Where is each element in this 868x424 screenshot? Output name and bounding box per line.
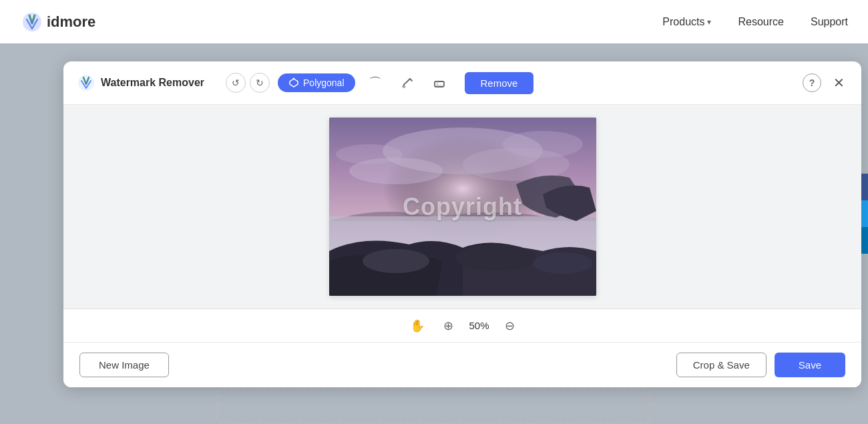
svg-rect-4 <box>435 81 444 87</box>
brush-tool-button[interactable] <box>395 71 419 95</box>
toolbar-right: ? ✕ <box>803 73 848 92</box>
polygonal-icon <box>288 77 299 88</box>
svg-point-2 <box>293 78 295 80</box>
undo-icon: ↺ <box>232 77 240 88</box>
zoom-level: 50% <box>464 320 494 331</box>
polygonal-tool-button[interactable]: Polygonal <box>278 73 355 92</box>
question-icon: ? <box>809 77 815 88</box>
brush-icon <box>401 76 414 89</box>
hand-icon[interactable]: ✋ <box>410 319 425 333</box>
nav-links: Products ▾ Resource Support <box>662 16 848 28</box>
nav-support[interactable]: Support <box>811 16 848 28</box>
zoom-out-icon[interactable]: ⊖ <box>505 319 515 333</box>
svg-point-11 <box>336 144 403 164</box>
watermark-remover-modal: Watermark Remover ↺ ↻ Polygonal ⌒ <box>63 61 861 387</box>
modal-toolbar: Watermark Remover ↺ ↻ Polygonal ⌒ <box>63 61 861 105</box>
help-button[interactable]: ? <box>803 73 821 92</box>
remove-button[interactable]: Remove <box>465 72 534 94</box>
logo-icon <box>20 10 44 34</box>
upload-area <box>217 387 651 424</box>
app-logo: Watermark Remover <box>77 73 204 92</box>
crop-save-button[interactable]: Crop & Save <box>676 353 767 377</box>
modal-body: Copyright <box>63 105 861 308</box>
undo-button[interactable]: ↺ <box>226 73 246 93</box>
svg-point-14 <box>363 249 429 273</box>
svg-marker-1 <box>290 79 298 87</box>
modal-footer: New Image Crop & Save Save <box>63 342 861 387</box>
nav-resource[interactable]: Resource <box>738 16 783 28</box>
app-logo-icon <box>77 73 95 92</box>
svg-point-16 <box>533 252 593 274</box>
new-image-button[interactable]: New Image <box>79 353 169 377</box>
app-title: Watermark Remover <box>101 77 204 89</box>
eraser-tool-button[interactable] <box>427 71 451 95</box>
eraser-icon <box>433 76 446 89</box>
close-icon: ✕ <box>833 75 845 91</box>
footer-right-buttons: Crop & Save Save <box>676 353 845 377</box>
landscape-image <box>329 118 596 296</box>
svg-point-10 <box>503 131 583 158</box>
save-button[interactable]: Save <box>775 353 845 377</box>
undo-redo-group: ↺ ↻ <box>226 73 270 93</box>
zoom-in-icon[interactable]: ⊕ <box>443 319 453 333</box>
logo-text: idmore <box>47 13 95 31</box>
svg-point-15 <box>456 244 536 271</box>
nav-products[interactable]: Products ▾ <box>662 16 711 28</box>
lasso-icon: ⌒ <box>369 74 382 92</box>
zoom-bar: ✋ ⊕ 50% ⊖ <box>63 308 861 342</box>
close-button[interactable]: ✕ <box>829 73 848 92</box>
lasso-tool-button[interactable]: ⌒ <box>363 71 387 95</box>
svg-point-3 <box>402 85 405 88</box>
nav-bar: idmore Products ▾ Resource Support <box>0 0 868 43</box>
redo-button[interactable]: ↻ <box>250 73 270 93</box>
image-canvas[interactable]: Copyright <box>329 118 596 296</box>
logo[interactable]: idmore <box>20 10 95 34</box>
redo-icon: ↻ <box>256 77 264 88</box>
landscape-svg <box>329 118 596 296</box>
chevron-down-icon: ▾ <box>707 17 711 27</box>
